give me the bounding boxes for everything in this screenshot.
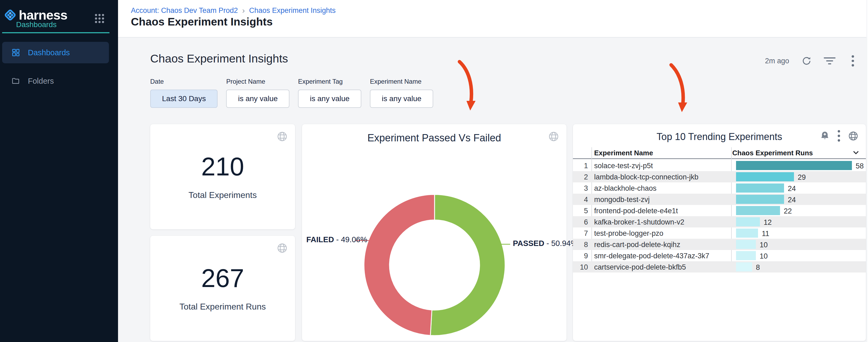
donut-slice-failed[interactable] xyxy=(364,194,435,336)
filter-value-button[interactable]: is any value xyxy=(226,90,289,108)
filter-bar: DateLast 30 DaysProject Nameis any value… xyxy=(150,78,433,108)
dashboard-controls: 2m ago xyxy=(765,55,858,66)
row-number: 10 xyxy=(573,263,588,272)
dashboards-grid-icon xyxy=(11,48,20,57)
filter-label: Experiment Tag xyxy=(298,78,361,85)
table-row[interactable]: 8redis-cart-pod-delete-kqihz10 xyxy=(573,239,866,250)
row-number: 6 xyxy=(573,218,588,226)
filter-group: Project Nameis any value xyxy=(226,78,289,108)
table-menu-kebab-icon[interactable] xyxy=(838,130,840,142)
runs-value: 12 xyxy=(764,218,772,227)
experiment-name: redis-cart-pod-delete-kqihz xyxy=(594,241,680,249)
runs-bar xyxy=(736,195,784,204)
sidebar-item-folders[interactable]: Folders xyxy=(2,70,109,92)
filter-value-button[interactable]: Last 30 Days xyxy=(150,90,218,108)
dashboard-content: Chaos Experiment Insights 2m ago DateLas… xyxy=(118,37,868,342)
globe-icon[interactable] xyxy=(848,130,859,142)
experiment-name: lambda-block-tcp-connection-jkb xyxy=(594,173,699,181)
runs-value: 8 xyxy=(756,263,760,272)
failed-slice-label: FAILED - 49.06% xyxy=(306,235,367,244)
experiment-name: test-probe-logger-pzo xyxy=(594,229,663,238)
refresh-icon[interactable] xyxy=(801,55,812,66)
runs-bar xyxy=(736,217,760,226)
experiment-name: az-blackhole-chaos xyxy=(594,184,657,193)
table-row[interactable]: 2lambda-block-tcp-connection-jkb29 xyxy=(573,171,866,182)
app-switcher-grid-icon[interactable] xyxy=(95,14,104,23)
table-row[interactable]: 4mongodb-test-zvj24 xyxy=(573,194,866,205)
table-row[interactable]: 1solace-test-zvj-p5t58 xyxy=(573,160,866,171)
runs-value: 24 xyxy=(788,185,796,193)
annotation-arrow-2 xyxy=(671,65,687,112)
experiment-name: frontend-pod-delete-e4e1t xyxy=(594,207,678,215)
filters-toggle-icon[interactable] xyxy=(824,55,835,66)
page-title: Chaos Experiment Insights xyxy=(131,15,273,28)
filter-label: Date xyxy=(150,78,218,85)
runs-bar xyxy=(736,206,780,215)
filter-label: Experiment Name xyxy=(370,78,433,85)
annotation-arrow-1 xyxy=(460,62,475,111)
sidebar-item-dashboards[interactable]: Dashboards xyxy=(2,42,109,63)
filter-value-button[interactable]: is any value xyxy=(298,90,361,108)
folder-icon xyxy=(11,76,20,86)
table-row[interactable]: 9smr-delegate-pod-delete-437az-3k710 xyxy=(573,250,866,261)
total-experiments-label: Total Experiments xyxy=(189,190,257,200)
experiment-name: kafka-broker-1-shutdown-v2 xyxy=(594,218,684,226)
table-row[interactable]: 6kafka-broker-1-shutdown-v212 xyxy=(573,216,866,227)
row-number: 9 xyxy=(573,252,588,260)
runs-value: 29 xyxy=(798,173,806,182)
dashboard-menu-kebab-icon[interactable] xyxy=(847,55,858,66)
total-experiments-card: 210 Total Experiments xyxy=(150,124,295,229)
total-experiments-value: 210 xyxy=(201,154,244,180)
harness-dashboard-app: harness Dashboards Dashboards Folders Ac… xyxy=(0,0,868,342)
top-trending-experiments-card: Top 10 Trending Experiments Experiment N… xyxy=(573,124,866,341)
sidebar-accent-divider xyxy=(2,32,110,33)
table-row[interactable]: 10cartservice-pod-delete-bkfb58 xyxy=(573,261,866,273)
column-header-experiment-name: Experiment Name xyxy=(594,149,653,157)
harness-logo-icon xyxy=(4,8,17,22)
experiment-name: mongodb-test-zvj xyxy=(594,195,650,204)
filter-value-button[interactable]: is any value xyxy=(370,90,433,108)
runs-bar xyxy=(736,240,756,249)
runs-bar xyxy=(736,228,758,238)
donut-slice-passed[interactable] xyxy=(430,194,505,336)
column-sort-chevron-down-icon[interactable] xyxy=(852,148,860,156)
runs-value: 24 xyxy=(788,196,796,204)
breadcrumb-account-link[interactable]: Account: Chaos Dev Team Prod2 xyxy=(131,6,238,15)
sidebar-item-label: Dashboards xyxy=(28,48,70,57)
experiment-name: solace-test-zvj-p5t xyxy=(594,162,653,170)
sidebar-item-label: Folders xyxy=(28,77,54,86)
scrollbar[interactable] xyxy=(866,0,868,342)
runs-value: 10 xyxy=(760,252,768,260)
breadcrumb-page-link[interactable]: Chaos Experiment Insights xyxy=(249,6,336,15)
breadcrumb-separator: › xyxy=(242,6,245,15)
total-experiment-runs-label: Total Experiment Runs xyxy=(180,302,266,312)
filter-group: Experiment Tagis any value xyxy=(298,78,361,108)
filter-group: Experiment Nameis any value xyxy=(370,78,433,108)
experiment-name: cartservice-pod-delete-bkfb5 xyxy=(594,263,686,272)
experiment-name: smr-delegate-pod-delete-437az-3k7 xyxy=(594,252,709,260)
row-number: 3 xyxy=(573,184,588,193)
dashboard-title: Chaos Experiment Insights xyxy=(150,52,288,65)
alert-bell-icon[interactable] xyxy=(819,131,830,142)
runs-value: 58 xyxy=(856,162,864,170)
page-header: Account: Chaos Dev Team Prod2 › Chaos Ex… xyxy=(118,0,868,37)
passed-slice-label: PASSED - 50.94% xyxy=(513,239,578,248)
row-number: 1 xyxy=(573,162,588,170)
total-experiment-runs-card: 267 Total Experiment Runs xyxy=(150,236,295,341)
filter-label: Project Name xyxy=(226,78,289,85)
runs-bar xyxy=(736,161,852,170)
breadcrumb: Account: Chaos Dev Team Prod2 › Chaos Ex… xyxy=(131,6,336,15)
product-label: Dashboards xyxy=(16,21,57,29)
trending-table-body: 1solace-test-zvj-p5t582lambda-block-tcp-… xyxy=(573,160,866,273)
passed-vs-failed-donut-chart xyxy=(302,124,566,341)
runs-bar xyxy=(736,262,752,272)
sidebar-nav: Dashboards Folders xyxy=(0,42,118,92)
passed-vs-failed-card: Experiment Passed Vs Failed FAILED - 49.… xyxy=(302,124,566,341)
table-row[interactable]: 7test-probe-logger-pzo11 xyxy=(573,227,866,239)
total-experiment-runs-value: 267 xyxy=(201,265,244,291)
row-number: 2 xyxy=(573,173,588,181)
row-number: 4 xyxy=(573,195,588,204)
table-row[interactable]: 5frontend-pod-delete-e4e1t22 xyxy=(573,205,866,216)
table-card-actions xyxy=(819,130,859,142)
table-row[interactable]: 3az-blackhole-chaos24 xyxy=(573,182,866,194)
